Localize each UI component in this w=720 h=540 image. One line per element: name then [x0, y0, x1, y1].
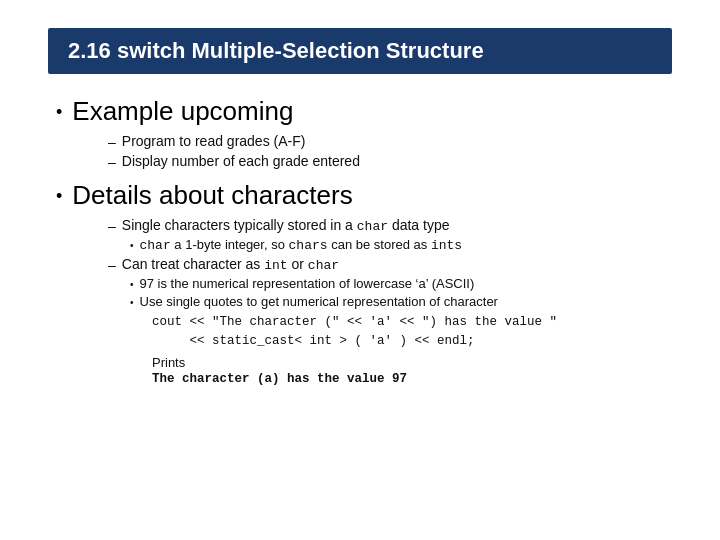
- details-sub-sub-1: • char a 1-byte integer, so chars can be…: [130, 237, 664, 253]
- bullet-dot-2: •: [56, 186, 62, 207]
- sub-sub-char: • char a 1-byte integer, so chars can be…: [130, 237, 664, 253]
- sub-sub-97: • 97 is the numerical representation of …: [130, 276, 664, 291]
- details-sub-1: – Single characters typically stored in …: [108, 217, 664, 234]
- sub-sub-quotes: • Use single quotes to get numerical rep…: [130, 294, 664, 309]
- bullet-dot-1: •: [56, 102, 62, 123]
- code-ints: ints: [431, 238, 462, 253]
- details-sublist: – Single characters typically stored in …: [108, 217, 664, 386]
- bullet-details-label: Details about characters: [72, 180, 352, 211]
- code-char-1: char: [357, 219, 388, 234]
- sub-sub-char-text: char a 1-byte integer, so chars can be s…: [140, 237, 463, 253]
- code-block-cout: cout << "The character (" << 'a' << ") h…: [152, 313, 664, 351]
- dash-4: –: [108, 257, 116, 273]
- details-sub-sub-2: • 97 is the numerical representation of …: [130, 276, 664, 386]
- bullet-example: • Example upcoming: [56, 96, 664, 127]
- example-sub-2: – Display number of each grade entered: [108, 153, 664, 170]
- bullet-sm-2: •: [130, 279, 134, 290]
- code-chars: chars: [289, 238, 328, 253]
- prints-output: The character (a) has the value 97: [152, 372, 664, 386]
- sub-sub-97-text: 97 is the numerical representation of lo…: [140, 276, 475, 291]
- dash-1: –: [108, 134, 116, 150]
- slide-title: 2.16 switch Multiple-Selection Structure: [48, 28, 672, 74]
- example-sub-2-text: Display number of each grade entered: [122, 153, 360, 169]
- code-line-2: << static_cast< int > ( 'a' ) << endl;: [152, 332, 664, 351]
- details-sub-2: – Can treat character as int or char: [108, 256, 664, 273]
- code-char-2: char: [140, 238, 171, 253]
- bullet-details: • Details about characters: [56, 180, 664, 211]
- bullet-sm-3: •: [130, 297, 134, 308]
- code-int: int: [264, 258, 287, 273]
- details-sub-1-text: Single characters typically stored in a …: [122, 217, 450, 234]
- code-char-3: char: [308, 258, 339, 273]
- dash-2: –: [108, 154, 116, 170]
- prints-label: Prints: [152, 355, 664, 370]
- details-sub-2-text: Can treat character as int or char: [122, 256, 339, 273]
- slide: 2.16 switch Multiple-Selection Structure…: [0, 0, 720, 540]
- example-sublist: – Program to read grades (A-F) – Display…: [108, 133, 664, 170]
- bullet-sm-1: •: [130, 240, 134, 251]
- bullet-example-label: Example upcoming: [72, 96, 293, 127]
- sub-sub-quotes-text: Use single quotes to get numerical repre…: [140, 294, 498, 309]
- code-line-1: cout << "The character (" << 'a' << ") h…: [152, 313, 664, 332]
- example-sub-1: – Program to read grades (A-F): [108, 133, 664, 150]
- example-sub-1-text: Program to read grades (A-F): [122, 133, 306, 149]
- dash-3: –: [108, 218, 116, 234]
- slide-content: • Example upcoming – Program to read gra…: [48, 96, 672, 386]
